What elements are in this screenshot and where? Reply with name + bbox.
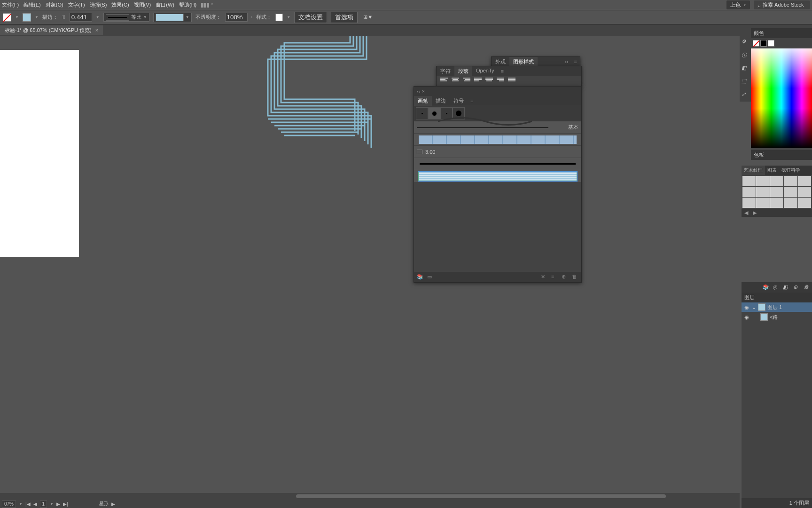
- layer-row[interactable]: ◉ <路: [742, 312, 812, 322]
- libraries-icon[interactable]: ◧: [742, 65, 749, 72]
- brush-selected-stripes[interactable]: [414, 170, 581, 183]
- brush-lib-item[interactable]: [770, 198, 783, 208]
- menu-object[interactable]: 对象(O): [46, 1, 63, 8]
- brush-lib-item[interactable]: [798, 198, 811, 208]
- tab-swatches[interactable]: 色板: [751, 150, 812, 160]
- layers-lib-icon[interactable]: 📚: [762, 284, 769, 291]
- brush-lib-item[interactable]: [770, 187, 783, 197]
- transform-icon[interactable]: ⬚: [742, 78, 749, 86]
- tab-opentype[interactable]: OpenTy: [472, 66, 498, 76]
- brush-lib-item[interactable]: [770, 176, 783, 186]
- tab-appearance[interactable]: 外观: [492, 57, 509, 67]
- align-center-icon[interactable]: [452, 78, 459, 83]
- brush-lib-item[interactable]: [784, 198, 797, 208]
- remove-stroke-icon[interactable]: ✕: [541, 274, 547, 280]
- disclosure-icon[interactable]: ⌄: [752, 304, 756, 310]
- style-dropdown[interactable]: ▼: [287, 15, 290, 19]
- graphic-style-swatch[interactable]: [275, 14, 283, 21]
- tab-layers[interactable]: 图层: [742, 293, 812, 302]
- brush-lib-item[interactable]: [742, 198, 756, 208]
- justify-left-icon[interactable]: [474, 78, 482, 83]
- stroke-stepper-icon[interactable]: ⥮: [62, 14, 66, 20]
- layer-name[interactable]: 图层 1: [767, 304, 782, 311]
- document-tab[interactable]: 标题-1* @ 65.07% (CMYK/GPU 预览) ×: [0, 25, 103, 35]
- fill-stroke-swatches[interactable]: [3, 13, 11, 22]
- brush-definition-select[interactable]: ▼: [153, 13, 192, 22]
- document-setup-button[interactable]: 文档设置: [294, 12, 327, 23]
- menu-view[interactable]: 视图(V): [134, 1, 151, 8]
- brush-lib-item[interactable]: [784, 187, 797, 197]
- panel-collapse-icon[interactable]: ‹‹ ×: [414, 88, 428, 94]
- opacity-dropdown[interactable]: ›: [251, 15, 253, 19]
- stock-search[interactable]: ⌕ 搜索 Adobe Stock: [754, 0, 810, 9]
- stroke-weight-dropdown[interactable]: ▼: [96, 15, 100, 19]
- brush-calligraphic[interactable]: 3.00: [414, 146, 581, 158]
- artboard-number[interactable]: 1: [40, 500, 47, 508]
- layers-delete-icon[interactable]: 🗑: [804, 284, 810, 291]
- brush-options-icon[interactable]: ≡: [551, 274, 558, 280]
- brush-libraries-icon[interactable]: 📚: [417, 274, 423, 280]
- tab-color[interactable]: 颜色: [751, 28, 812, 38]
- artwork-s-shape[interactable]: [265, 36, 374, 150]
- properties-icon[interactable]: ⚙: [742, 39, 749, 46]
- tab-character[interactable]: 字符: [437, 66, 454, 76]
- zoom-level[interactable]: 07%: [2, 500, 16, 508]
- tab-graphic-styles[interactable]: 图形样式: [509, 57, 538, 67]
- artboard[interactable]: [0, 50, 79, 257]
- panel-menu-icon[interactable]: ≡: [468, 98, 476, 103]
- visibility-icon[interactable]: ◉: [743, 304, 750, 310]
- tab-mad-science[interactable]: 疯狂科学: [779, 166, 803, 175]
- tab-stroke[interactable]: 描边: [432, 96, 450, 106]
- libraries-menu-icon[interactable]: ▭: [427, 274, 434, 280]
- stroke-dropdown-icon[interactable]: ▼: [35, 15, 39, 19]
- tab-chart[interactable]: 图表: [765, 166, 779, 175]
- panel-menu-icon[interactable]: ≡: [571, 59, 580, 64]
- brush-lib-item[interactable]: [756, 176, 769, 186]
- layer-row[interactable]: ◉ ⌄ 图层 1: [742, 302, 812, 312]
- menu-help[interactable]: 帮助(H): [179, 1, 196, 8]
- panel-menu-icon[interactable]: ≡: [498, 68, 507, 74]
- stroke-swatch[interactable]: [23, 13, 31, 22]
- fill-stroke-indicator[interactable]: [751, 38, 812, 48]
- preferences-button[interactable]: 首选项: [331, 12, 358, 23]
- color-spectrum[interactable]: [751, 48, 812, 148]
- menu-effect[interactable]: 效果(C): [111, 1, 129, 8]
- visibility-icon[interactable]: ◉: [743, 314, 750, 320]
- arrange-documents-icon[interactable]: [201, 3, 213, 8]
- info-icon[interactable]: ⓘ: [742, 52, 749, 59]
- canvas[interactable]: ‹‹: [0, 36, 740, 500]
- artboard-nav-prev-icon[interactable]: ◀: [33, 501, 37, 507]
- tool-dropdown-icon[interactable]: ▶: [111, 501, 115, 507]
- delete-brush-icon[interactable]: 🗑: [572, 274, 578, 280]
- fill-dropdown-icon[interactable]: ▼: [15, 15, 19, 19]
- brush-lib-item[interactable]: [756, 187, 769, 197]
- menu-type[interactable]: 文字(T): [68, 1, 85, 8]
- tab-brushes[interactable]: 画笔: [414, 96, 432, 106]
- brush-lib-item[interactable]: [756, 198, 769, 208]
- next-library-icon[interactable]: ▶: [751, 210, 758, 216]
- menu-select[interactable]: 选择(S): [90, 1, 107, 8]
- brush-artistic[interactable]: [414, 158, 581, 170]
- justify-center-icon[interactable]: [485, 78, 493, 83]
- stroke-weight-input[interactable]: [70, 13, 92, 22]
- tab-art-texture[interactable]: 艺术纹理: [742, 166, 765, 175]
- brush-lib-item[interactable]: [742, 176, 756, 186]
- prev-library-icon[interactable]: ◀: [742, 210, 750, 216]
- menu-window[interactable]: 窗口(W): [156, 1, 174, 8]
- layers-locate-icon[interactable]: ◎: [773, 284, 779, 291]
- align-right-icon[interactable]: [463, 78, 470, 83]
- tab-symbols[interactable]: 符号: [450, 96, 468, 106]
- justify-right-icon[interactable]: [497, 78, 504, 83]
- brush-lib-item[interactable]: [784, 176, 797, 186]
- brush-dot[interactable]: [416, 107, 428, 119]
- stroke-profile-select[interactable]: 等比 ▼: [103, 13, 149, 22]
- justify-all-icon[interactable]: [508, 78, 515, 83]
- brush-lib-item[interactable]: [798, 176, 811, 186]
- tab-paragraph[interactable]: 段落: [454, 66, 472, 76]
- new-brush-icon[interactable]: ⊕: [562, 274, 568, 280]
- panel-collapse-icon[interactable]: ››: [562, 59, 571, 64]
- artboard-nav-next-icon[interactable]: ▶: [56, 501, 60, 507]
- layer-name[interactable]: <路: [770, 314, 778, 321]
- artboard-nav-last-icon[interactable]: ▶|: [63, 501, 68, 507]
- menu-file[interactable]: 文件(F): [2, 1, 19, 8]
